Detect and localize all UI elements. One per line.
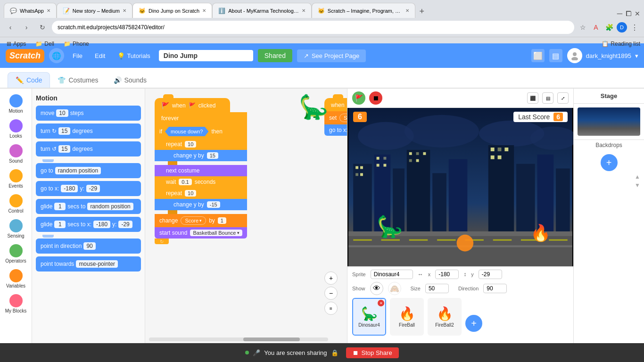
repeat-val-1[interactable]: 10 — [185, 141, 196, 148]
acrobat-button[interactable]: A — [590, 22, 602, 33]
tutorials-menu[interactable]: 💡 Tutorials — [114, 50, 154, 61]
next-costume-block[interactable]: next costume — [155, 165, 247, 176]
fullscreen-button[interactable]: ⬜ — [531, 49, 545, 62]
stop-button[interactable]: ⏹ — [369, 91, 382, 105]
tab-code[interactable]: ✏️ Code — [8, 72, 50, 88]
size-input[interactable] — [425, 284, 449, 293]
sprite-name-input[interactable] — [371, 270, 413, 279]
score-reporter-2[interactable]: Score ▾ — [339, 114, 347, 122]
hat-block-1[interactable]: 🚩 when 🚩 clicked — [155, 98, 230, 112]
palette-myblocks[interactable]: My Blocks — [3, 292, 29, 315]
reload-button[interactable]: ↻ — [36, 21, 49, 34]
green-flag-button[interactable]: 🚩 — [352, 91, 365, 105]
block-glide2-y[interactable]: -29 — [118, 221, 132, 228]
sprite-scroll[interactable]: ▲ ▼ — [635, 173, 640, 189]
tab-costumes[interactable]: 👕 Costumes — [50, 73, 106, 88]
sprite-thumb-fireball[interactable]: 🔥 FireBall — [390, 298, 424, 336]
file-menu[interactable]: File — [69, 50, 86, 61]
fullscreen-mode-button[interactable]: ⤢ — [557, 92, 569, 104]
new-tab-button[interactable]: + — [415, 5, 429, 18]
if-block[interactable]: if mouse down? then — [155, 124, 247, 139]
star-button[interactable]: ☆ — [577, 22, 588, 33]
palette-sensing[interactable]: Sensing — [3, 217, 29, 240]
palette-variables[interactable]: Variables — [3, 267, 29, 290]
mouse-down-reporter[interactable]: mouse down? — [165, 127, 209, 136]
block-point-dir[interactable]: point in direction 90 — [36, 239, 141, 254]
bookmark-apps[interactable]: ⊞ Apps — [4, 40, 29, 48]
tab-close-scratch-main[interactable]: ✕ — [405, 8, 409, 13]
extensions-button[interactable]: 🧩 — [603, 22, 615, 33]
horizontal-scrollbar[interactable] — [149, 337, 328, 341]
change-y-val-2[interactable]: -15 — [207, 201, 220, 208]
code-area[interactable]: 🦕 🚩 when 🚩 clicked forever if mouse down… — [145, 89, 347, 343]
y-coord-input[interactable] — [479, 270, 502, 279]
minimize-button[interactable]: ─ — [617, 9, 622, 18]
change-y-val-1[interactable]: 15 — [207, 152, 218, 159]
repeat-val-2[interactable]: 10 — [185, 190, 196, 197]
theater-mode-button[interactable]: ▤ — [549, 49, 562, 62]
tab-whatsapp[interactable]: 💬 WhatsApp ✕ — [4, 3, 57, 18]
block-glide2-x[interactable]: -180 — [93, 221, 110, 228]
zoom-menu-button[interactable]: ≡ — [324, 302, 338, 315]
goto-xy-block-2[interactable]: go to x: -180 y: -29 — [324, 124, 347, 136]
tab-mykarma[interactable]: ℹ️ About - MyKarma Technolog… ✕ — [212, 3, 312, 18]
zoom-out-button[interactable]: − — [324, 287, 338, 300]
palette-sound[interactable]: Sound — [3, 142, 29, 165]
block-point-dir-val[interactable]: 90 — [83, 242, 95, 250]
palette-motion[interactable]: Motion — [3, 92, 29, 115]
forward-button[interactable]: › — [20, 21, 33, 34]
zoom-in-button[interactable]: + — [324, 272, 338, 285]
theater-mode-button-stage[interactable]: ▤ — [542, 92, 553, 104]
scratch-logo[interactable]: Scratch — [6, 49, 44, 63]
block-turn-ccw-val[interactable]: 15 — [58, 145, 70, 153]
scrollbar-thumb[interactable] — [243, 337, 300, 341]
wait-block[interactable]: wait 0.1 seconds — [155, 176, 247, 188]
block-goto[interactable]: go to random position — [36, 163, 141, 178]
palette-events[interactable]: Events — [3, 167, 29, 190]
sprite-delete-btn[interactable]: ✕ — [378, 300, 384, 306]
address-input[interactable] — [52, 21, 574, 34]
block-turn-cw-val[interactable]: 15 — [58, 127, 70, 135]
stage-thumbnail[interactable] — [574, 104, 644, 140]
profile-button[interactable]: D — [617, 22, 627, 33]
edit-menu[interactable]: Edit — [91, 50, 109, 61]
palette-control[interactable]: Control — [3, 192, 29, 215]
direction-input[interactable] — [483, 284, 507, 293]
tab-close-scratch-dino[interactable]: ✕ — [202, 8, 206, 13]
wait-val[interactable]: 0.1 — [179, 179, 191, 185]
block-gotoxy[interactable]: go to x: -180 y: -29 — [36, 181, 141, 196]
change-y-block-1[interactable]: change y by 15 — [155, 150, 247, 161]
project-name-input[interactable] — [159, 50, 253, 61]
repeat-block-2[interactable]: repeat 10 — [155, 188, 247, 199]
shared-badge[interactable]: Shared — [258, 49, 292, 62]
block-glide2-secs[interactable]: 1 — [54, 221, 66, 228]
tab-medium[interactable]: 📝 New story – Medium ✕ — [57, 3, 132, 18]
tab-scratch-main[interactable]: 🐱 Scratch – Imagine, Program, S… ✕ — [312, 3, 415, 18]
forever-block[interactable]: forever — [155, 112, 247, 124]
show-eye-button[interactable]: 👁 — [370, 282, 383, 295]
stop-share-button[interactable]: ⏹ Stop Share — [346, 347, 399, 358]
code-group-1[interactable]: 🦕 🚩 when 🚩 clicked forever if mouse down… — [155, 98, 247, 244]
block-turn-cw[interactable]: turn ↻ 15 degrees — [36, 123, 141, 139]
restore-button[interactable]: ⧠ — [625, 10, 632, 17]
language-selector[interactable]: 🌐 — [49, 48, 64, 63]
tab-close-mykarma[interactable]: ✕ — [302, 8, 305, 13]
close-button[interactable]: ✕ — [635, 10, 640, 17]
scroll-up-icon[interactable]: ▲ — [635, 173, 640, 180]
tab-close-medium[interactable]: ✕ — [123, 8, 126, 13]
tab-close-whatsapp[interactable]: ✕ — [47, 8, 50, 13]
block-glide1-dropdown[interactable]: random position — [87, 203, 133, 210]
tab-scratch-dino[interactable]: 🐱 Dino Jump on Scratch ✕ — [132, 3, 212, 18]
block-goto-dropdown[interactable]: random position — [55, 167, 101, 174]
user-menu[interactable]: dark_knight1895 ▾ — [567, 48, 638, 63]
menu-button[interactable]: ⋮ — [629, 22, 640, 33]
add-backdrop-button[interactable]: + — [601, 154, 618, 171]
block-move[interactable]: move 10 steps — [36, 106, 141, 121]
block-gotoxy-y[interactable]: -29 — [86, 185, 100, 192]
start-sound-block[interactable]: start sound Basketball Bounce ▾ — [155, 227, 247, 239]
change-y-block-2[interactable]: change y by -15 — [155, 199, 247, 210]
normal-mode-button[interactable]: ⬛ — [527, 92, 538, 104]
reading-list[interactable]: 📋 Reading list — [602, 41, 640, 47]
sprite-thumb-fireball2[interactable]: 🔥 FireBall2 — [428, 298, 462, 336]
scroll-down-icon[interactable]: ▼ — [635, 182, 640, 189]
